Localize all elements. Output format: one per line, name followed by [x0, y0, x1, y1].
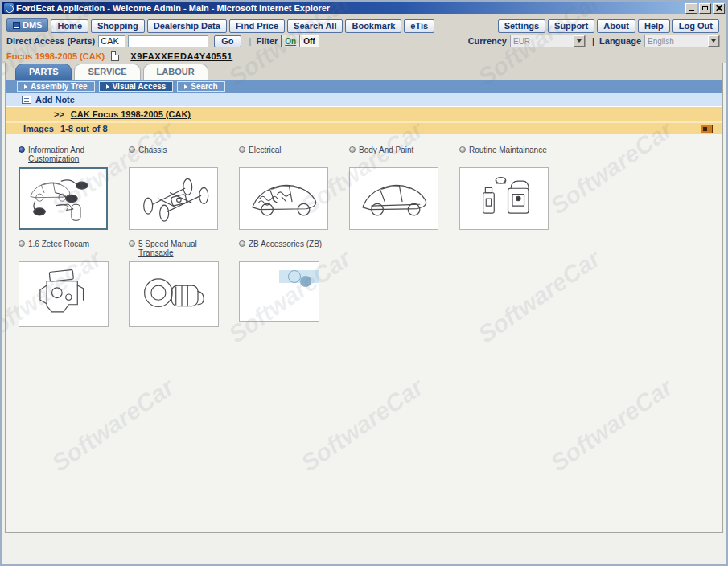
right-triangle-icon [106, 84, 109, 89]
page-footer-area [2, 533, 726, 566]
toolbar-button-etis[interactable]: eTis [404, 19, 434, 33]
subnav-button-assembly-tree[interactable]: Assembly Tree [17, 81, 95, 92]
add-note-label[interactable]: Add Note [35, 95, 75, 105]
thumbnail-link-5-speed-manual-transaxle[interactable]: 5 Speed Manual Transaxle [138, 240, 231, 257]
radio-icon[interactable] [239, 240, 245, 247]
subnav-bar: Assembly TreeVisual AccessSearch [6, 80, 722, 93]
currency-label: Currency [468, 36, 507, 46]
toolbar-left-group: DMSHomeShoppingDealership DataFind Price… [6, 18, 437, 33]
thumbnail-link-chassis[interactable]: Chassis [138, 146, 167, 154]
thumbnail-caption: Electrical [239, 146, 349, 165]
radio-icon[interactable] [349, 146, 356, 153]
thumbnail-caption: Body And Paint [349, 146, 459, 165]
thumbnail-link-electrical[interactable]: Electrical [249, 146, 282, 154]
thumbnail-row: 1.6 Zetec Rocam5 Speed Manual TransaxleZ… [19, 240, 722, 327]
thumbnail-caption: ZB Accessories (ZB) [239, 240, 349, 259]
toolbar-button-shopping[interactable]: Shopping [91, 19, 145, 33]
direct-access-prefix-input[interactable] [98, 35, 125, 47]
images-icon[interactable] [701, 125, 713, 133]
thumbnail-image-zb-accessories-zb[interactable] [239, 261, 319, 322]
go-button[interactable]: Go [214, 35, 241, 47]
thumbnail-image-1-6-zetec-rocam[interactable] [19, 261, 109, 327]
direct-access-bar: Direct Access (Parts) Go | Filter On Off… [6, 34, 722, 48]
subnav-button-visual-access[interactable]: Visual Access [99, 81, 174, 92]
thumbnail-row: Information And CustomizationChassisElec… [19, 146, 722, 230]
radio-icon[interactable] [19, 146, 25, 153]
toolbar-button-help[interactable]: Help [638, 19, 670, 33]
toolbar-right-group: SettingsSupportAboutHelpLog Out [498, 18, 722, 33]
language-label: Language [599, 36, 641, 46]
toolbar-button-dms[interactable]: DMS [6, 18, 48, 32]
vehicle-bar: Focus 1998-2005 (CAK) X9FAXXEEDA4Y40551 [6, 49, 722, 63]
dropdown-arrow-icon[interactable] [708, 35, 719, 47]
tab-service[interactable]: SERVICE [74, 64, 140, 80]
thumbnail-cell-information-and-customization: Information And Customization [19, 146, 129, 230]
thumbnail-link-body-and-paint[interactable]: Body And Paint [359, 146, 413, 154]
language-value: English [645, 37, 708, 46]
subnav-button-search[interactable]: Search [177, 81, 224, 92]
toolbar-button-find-price[interactable]: Find Price [229, 19, 285, 33]
down-triangle-icon [577, 39, 582, 43]
thumbnail-grid-area: Information And CustomizationChassisElec… [6, 134, 722, 532]
minimize-button[interactable] [685, 3, 697, 14]
restore-button[interactable] [699, 3, 711, 14]
currency-value: EUR [511, 37, 574, 46]
radio-icon[interactable] [129, 146, 135, 153]
tab-parts[interactable]: PARTS [15, 64, 72, 80]
photo-wheels [279, 270, 319, 283]
dropdown-arrow-icon[interactable] [574, 35, 585, 47]
toolbar-button-bookmark[interactable]: Bookmark [345, 19, 401, 33]
thumbnail-caption: Information And Customization [19, 146, 129, 165]
toolbar-button-settings[interactable]: Settings [498, 19, 545, 33]
browser-window: FordEcat Application - Welcome Admin - M… [0, 0, 728, 566]
toolbar-button-log-out[interactable]: Log Out [672, 19, 719, 33]
close-button[interactable] [713, 3, 725, 14]
thumbnail-link-routine-maintainance[interactable]: Routine Maintainance [469, 146, 547, 154]
window-controls [685, 3, 725, 14]
tab-labour[interactable]: LABOUR [143, 64, 208, 80]
thumbnail-image-information-and-customization[interactable] [19, 167, 108, 230]
toolbar-button-home[interactable]: Home [51, 19, 88, 33]
thumbnail-link-information-and-customization[interactable]: Information And Customization [28, 146, 121, 163]
thumbnail-caption: 1.6 Zetec Rocam [19, 240, 129, 259]
thumbnail-image-routine-maintainance[interactable] [459, 167, 549, 230]
thumbnail-image-body-and-paint[interactable] [349, 167, 438, 230]
thumbnail-image-chassis[interactable] [129, 167, 218, 230]
title-bar: FordEcat Application - Welcome Admin - M… [2, 2, 726, 14]
thumbnail-image-5-speed-manual-transaxle[interactable] [129, 261, 219, 327]
images-bar: Images 1-8 out of 8 [6, 121, 722, 134]
thumbnail-cell-zb-accessories-zb: ZB Accessories (ZB) [239, 240, 349, 327]
toolbar-button-support[interactable]: Support [548, 19, 594, 33]
separator: | [592, 36, 594, 46]
right-triangle-icon [24, 84, 27, 89]
radio-icon[interactable] [19, 240, 25, 247]
radio-icon[interactable] [459, 146, 466, 153]
toolbar-button-about[interactable]: About [597, 19, 635, 33]
vin-link[interactable]: X9FAXXEEDA4Y40551 [130, 51, 232, 61]
direct-access-input[interactable] [128, 35, 208, 47]
thumbnail-cell-chassis: Chassis [129, 146, 239, 230]
filter-on-button[interactable]: On [282, 35, 300, 47]
app-toolbar-area: DMSHomeShoppingDealership DataFind Price… [2, 14, 726, 63]
filter-label: Filter [256, 36, 278, 46]
thumbnail-caption: Chassis [129, 146, 239, 165]
thumbnail-image-electrical[interactable] [239, 167, 328, 230]
toolbar-button-dealership-data[interactable]: Dealership Data [147, 19, 227, 33]
radio-icon[interactable] [129, 240, 135, 247]
add-note-icon[interactable] [22, 96, 31, 104]
radio-icon[interactable] [239, 146, 245, 153]
breadcrumb-link[interactable]: CAK Focus 1998-2005 (CAK) [71, 109, 191, 119]
filter-off-button[interactable]: Off [300, 35, 318, 47]
thumbnail-link-zb-accessories-zb[interactable]: ZB Accessories (ZB) [249, 240, 322, 248]
separator: | [249, 36, 252, 46]
language-select[interactable]: English [644, 35, 720, 47]
toolbar-button-search-all[interactable]: Search All [287, 19, 343, 33]
currency-select[interactable]: EUR [510, 35, 586, 47]
document-icon[interactable] [111, 51, 119, 61]
minimize-icon [689, 10, 694, 11]
thumbnail-link-1-6-zetec-rocam[interactable]: 1.6 Zetec Rocam [28, 240, 89, 248]
thumbnail-cell-body-and-paint: Body And Paint [349, 146, 459, 230]
main-toolbar: DMSHomeShoppingDealership DataFind Price… [6, 17, 722, 33]
window-title: FordEcat Application - Welcome Admin - M… [16, 3, 685, 13]
dms-icon [13, 22, 20, 29]
